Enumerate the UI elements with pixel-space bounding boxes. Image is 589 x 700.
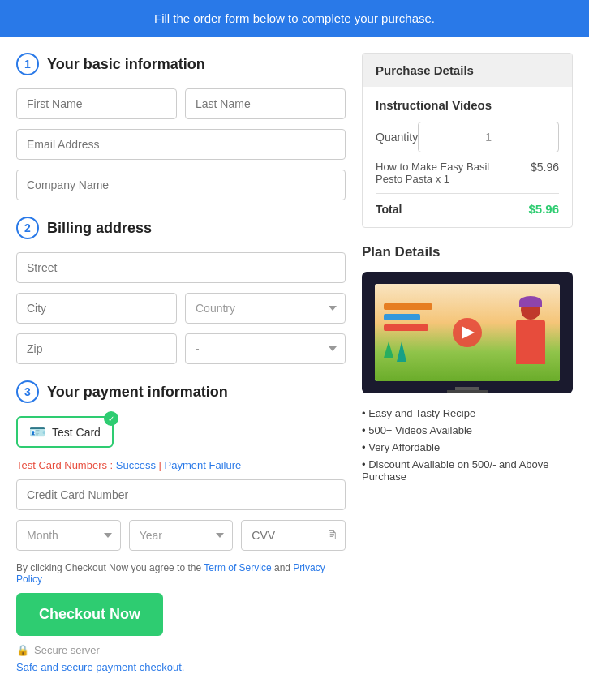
check-badge: ✓ [104,411,118,426]
person-body [516,320,545,364]
terms-text: By clicking Checkout Now you agree to th… [16,562,346,585]
street-row [16,252,346,283]
cc-field [16,479,346,510]
left-panel: 1 Your basic information 2 Billing addre… [16,53,346,685]
first-name-input[interactable] [16,88,177,119]
city-country-row: Country United States United Kingdom Ind… [16,293,346,324]
banner-text: Fill the order form below to complete yo… [154,11,435,25]
cvv-card-icon: 🖹 [326,529,337,542]
plan-feature-item: Discount Available on 500/- and Above Pu… [362,456,573,485]
top-banner: Fill the order form below to complete yo… [0,0,589,37]
safe-text: Safe and secure payment checkout. [16,659,346,674]
section1-num: 1 [16,53,39,75]
checkout-button[interactable]: Checkout Now [16,593,163,636]
city-field [16,293,177,324]
product-category: Instructional Videos [376,98,559,112]
main-container: 1 Your basic information 2 Billing addre… [0,37,589,700]
company-row [16,170,346,200]
zip-state-row: - [16,333,346,364]
company-field [16,170,346,200]
right-panel: Purchase Details Instructional Videos Qu… [362,53,573,685]
success-link[interactable]: Success [116,459,156,471]
card-label: Test Card [52,426,101,439]
plan-feature-item: Very Affordable [362,439,573,456]
bar-red [384,324,428,331]
purchase-details-header: Purchase Details [363,54,572,87]
plan-feature-item: 500+ Videos Available [362,422,573,439]
terms-of-service-link[interactable]: Term of Service [204,562,271,573]
quantity-row: Quantity [376,122,559,152]
item-name: How to Make Easy Basil Pesto Pasta x 1 [376,161,497,185]
email-field [16,129,346,160]
plan-details-title: Plan Details [362,244,573,260]
bar-orange [384,303,432,310]
street-field [16,252,346,283]
person-hair [519,296,542,307]
cvv-field-container: 🖹 [241,520,346,551]
total-row: Total $5.96 [376,202,559,216]
purchase-details-card: Purchase Details Instructional Videos Qu… [362,53,573,228]
credit-card-icon: 🪪 [29,424,45,440]
test-card-info: Test Card Numbers : Success | Payment Fa… [16,459,346,471]
total-price: $5.96 [528,202,559,216]
video-person [510,300,551,381]
test-card-label: Test Card Numbers : [16,459,113,471]
play-triangle [462,326,475,339]
email-input[interactable] [16,129,346,160]
zip-field [16,333,177,364]
last-name-field [185,88,346,119]
arrow-up1 [384,341,393,358]
secure-row: 🔒 Secure server [16,644,346,656]
secure-label: Secure server [34,644,100,656]
video-thumbnail [362,272,573,393]
city-input[interactable] [16,293,177,324]
video-arrows [384,341,406,362]
section2-title: Billing address [47,220,152,237]
cc-row [16,479,346,510]
section2-num: 2 [16,217,39,239]
monitor-base [447,390,488,393]
email-row [16,129,346,160]
state-select[interactable]: - [185,333,346,364]
failure-link[interactable]: Payment Failure [165,459,242,471]
month-select[interactable]: Month 010203 040506 070809 101112 [16,520,121,551]
country-field: Country United States United Kingdom Ind… [185,293,346,324]
lock-icon: 🔒 [16,644,29,656]
state-field: - [185,333,346,364]
plan-features-list: Easy and Tasty Recipe500+ Videos Availab… [362,405,573,485]
play-button[interactable] [453,318,482,347]
plan-feature-item: Easy and Tasty Recipe [362,405,573,422]
month-field: Month 010203 040506 070809 101112 [16,520,121,551]
name-row [16,88,346,119]
section1-header: 1 Your basic information [16,53,346,75]
last-name-input[interactable] [185,88,346,119]
zip-input[interactable] [16,333,177,364]
quantity-input[interactable] [418,122,559,152]
section1-title: Your basic information [47,56,205,73]
arrow-up2 [397,341,406,362]
item-price: $5.96 [531,161,559,174]
card-option[interactable]: 🪪 Test Card ✓ [16,416,114,448]
section2-header: 2 Billing address [16,217,346,239]
first-name-field [16,88,177,119]
person-head [521,300,540,320]
expiry-cvv-row: Month 010203 040506 070809 101112 Year 2… [16,520,346,551]
year-field: Year 202420252026 202720282029 [129,520,234,551]
video-screen [375,284,561,381]
quantity-label: Quantity [376,131,418,144]
section3-num: 3 [16,380,39,403]
total-label: Total [376,203,402,216]
cc-input[interactable] [16,479,346,510]
plan-section: Plan Details [362,244,573,485]
video-bars [384,303,432,331]
country-select[interactable]: Country United States United Kingdom Ind… [185,293,346,324]
item-row: How to Make Easy Basil Pesto Pasta x 1 $… [376,161,559,194]
bar-blue [384,314,420,320]
street-input[interactable] [16,252,346,283]
section3-title: Your payment information [47,384,228,401]
purchase-details-body: Instructional Videos Quantity How to Mak… [363,87,572,227]
pipe-separator: | [159,459,165,471]
company-input[interactable] [16,170,346,200]
section3-header: 3 Your payment information [16,380,346,403]
year-select[interactable]: Year 202420252026 202720282029 [129,520,234,551]
